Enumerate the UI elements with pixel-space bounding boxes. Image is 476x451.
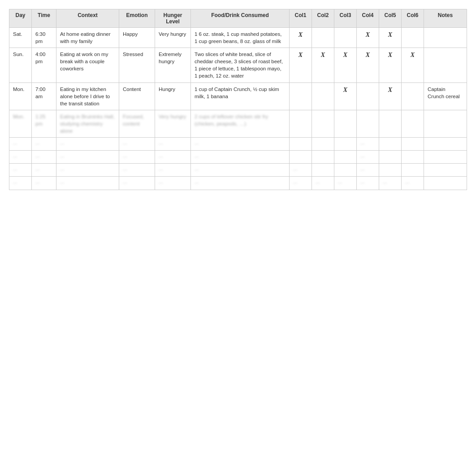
cell-food: Two slices of white bread, slice of ched… [191,48,290,82]
cell-c3 [334,28,357,48]
cell-food: 1 6 oz. steak, 1 cup mashed potatoes, 1 … [191,28,290,48]
table-row: Sun.4:00 pmEating at work on my break wi… [9,48,467,82]
cell-emotion: Happy [119,28,155,48]
cell-emotion: ··· [119,164,155,177]
cell-c2 [312,164,334,177]
cell-food: 1 cup of Captain Crunch, ½ cup skim milk… [191,82,290,110]
cell-notes [424,177,467,190]
cell-emotion: ··· [119,151,155,164]
cell-context: Eating in Bruininks Hall, studying chemi… [56,110,119,137]
cell-emotion: Focused, content [119,110,155,137]
cell-c4: X [357,28,379,48]
header-col1: Col1 [290,9,312,28]
cell-c2 [312,138,334,151]
cell-c4 [357,110,379,137]
cell-c1: ··· [290,164,312,177]
header-col2: Col2 [312,9,334,28]
cell-c6 [402,28,424,48]
cell-food: ··· [191,164,290,177]
header-hunger: Hunger Level [155,9,191,28]
cell-c3: X [334,82,357,110]
cell-c5: X [379,48,402,82]
cell-c3: ··· [334,177,357,190]
cell-c1 [290,82,312,110]
cell-c1 [290,151,312,164]
cell-hunger: Extremely hungry [155,48,191,82]
table-row: Mon.7:00 amEating in my kitchen alone be… [9,82,467,110]
cell-c3 [334,138,357,151]
cell-c5 [379,110,402,137]
cell-c3 [334,164,357,177]
header-context: Context [56,9,119,28]
header-col6: Col6 [402,9,424,28]
cell-c3: X [334,48,357,82]
cell-c5 [379,151,402,164]
cell-c3 [334,110,357,137]
cell-c4 [357,82,379,110]
cell-hunger: ··· [155,164,191,177]
cell-c3 [334,151,357,164]
table-row: ························ [9,164,467,177]
cell-day: ··· [9,151,32,164]
cell-c6 [402,151,424,164]
cell-hunger: Hungry [155,82,191,110]
cell-time: 7:00 am [32,82,56,110]
cell-emotion: ··· [119,138,155,151]
cell-time: 6:30 pm [32,28,56,48]
cell-food: ··· [191,151,290,164]
cell-c4: ··· [357,151,379,164]
cell-hunger: Very hungry [155,110,191,137]
table-row: ····················· [9,138,467,151]
cell-context: ··· [56,151,119,164]
table-row: Sat.6:30 pmAt home eating dinner with my… [9,28,467,48]
cell-notes: Captain Crunch cereal [424,82,467,110]
cell-c5: X [379,28,402,48]
cell-c1 [290,138,312,151]
cell-day: Sun. [9,48,32,82]
cell-c5: ··· [379,177,402,190]
cell-food: ··· [191,138,290,151]
cell-c2 [312,28,334,48]
cell-context: Eating in my kitchen alone before I driv… [56,82,119,110]
cell-food: 2 cups of leftover chicken stir fry (chi… [191,110,290,137]
cell-time: ··· [32,151,56,164]
cell-time: ··· [32,138,56,151]
food-log-table: Day Time Context Emotion Hunger Level Fo… [9,9,467,190]
cell-c5: X [379,82,402,110]
cell-context: ··· [56,138,119,151]
cell-c2: ··· [312,177,334,190]
header-col3: Col3 [334,9,357,28]
header-food: Food/Drink Consumed [191,9,290,28]
cell-c6 [402,138,424,151]
header-col5: Col5 [379,9,402,28]
cell-notes [424,164,467,177]
cell-hunger: Very hungry [155,28,191,48]
cell-day: ··· [9,164,32,177]
cell-notes [424,138,467,151]
cell-c5 [379,138,402,151]
header-emotion: Emotion [119,9,155,28]
cell-notes [424,28,467,48]
cell-c2 [312,82,334,110]
cell-day: ··· [9,138,32,151]
cell-day: Mon. [9,82,32,110]
cell-c1: X [290,28,312,48]
header-time: Time [32,9,56,28]
cell-hunger: ··· [155,138,191,151]
cell-context: ··· [56,164,119,177]
header-notes: Notes [424,9,467,28]
cell-c5 [379,164,402,177]
cell-emotion: Stressed [119,48,155,82]
cell-context: At home eating dinner with my family [56,28,119,48]
header-day: Day [9,9,32,28]
cell-c1: ··· [290,177,312,190]
cell-c2 [312,110,334,137]
table-row: Mon.1:25 pmEating in Bruininks Hall, stu… [9,110,467,137]
cell-day: ··· [9,177,32,190]
cell-time: 4:00 pm [32,48,56,82]
cell-c4: X [357,48,379,82]
cell-c2 [312,151,334,164]
cell-food: ··· [191,177,290,190]
cell-c6 [402,110,424,137]
cell-notes [424,110,467,137]
